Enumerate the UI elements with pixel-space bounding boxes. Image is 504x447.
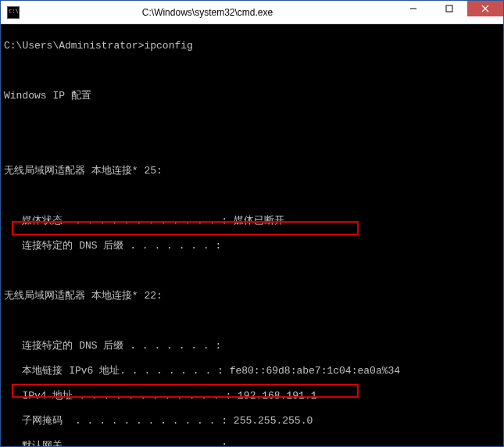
output-line: 连接特定的 DNS 后缀 . . . . . . . : bbox=[4, 240, 500, 252]
blank-line bbox=[4, 65, 500, 77]
output-line: 连接特定的 DNS 后缀 . . . . . . . : bbox=[4, 340, 500, 352]
blank-line bbox=[4, 265, 500, 277]
cmd-icon bbox=[7, 6, 20, 19]
blank-line bbox=[4, 140, 500, 152]
cmd-window: C:\Windows\system32\cmd.exe C:\Users\Adm… bbox=[0, 0, 504, 447]
window-title: C:\Windows\system32\cmd.exe bbox=[20, 7, 395, 18]
maximize-button[interactable] bbox=[431, 1, 467, 16]
blank-line bbox=[4, 190, 500, 202]
prompt-command: ipconfig bbox=[144, 40, 192, 52]
prompt-line: C:\Users\Administrator>ipconfig bbox=[4, 40, 500, 52]
svg-rect-1 bbox=[446, 5, 452, 12]
titlebar[interactable]: C:\Windows\system32\cmd.exe bbox=[1, 1, 503, 24]
window-controls bbox=[395, 1, 503, 23]
adapter-title: 无线局域网适配器 本地连接* 22: bbox=[4, 290, 500, 302]
blank-line bbox=[4, 315, 500, 327]
minimize-button[interactable] bbox=[395, 1, 431, 16]
output-line: 子网掩码 . . . . . . . . . . . . : 255.255.2… bbox=[4, 415, 500, 427]
output-line: 默认网关. . . . . . . . . . . . . : bbox=[4, 440, 500, 446]
adapter-title: 无线局域网适配器 本地连接* 25: bbox=[4, 165, 500, 177]
ip-config-header: Windows IP 配置 bbox=[4, 90, 500, 102]
blank-line bbox=[4, 115, 500, 127]
output-line: IPv4 地址 . . . . . . . . . . . . : 192.16… bbox=[4, 390, 500, 402]
terminal-output[interactable]: C:\Users\Administrator>ipconfig Windows … bbox=[1, 24, 503, 446]
close-button[interactable] bbox=[467, 1, 503, 16]
prompt-path: C:\Users\Administrator> bbox=[4, 40, 144, 52]
output-line: 本地链接 IPv6 地址. . . . . . . . : fe80::69d8… bbox=[4, 365, 500, 377]
output-line: 媒体状态 . . . . . . . . . . . . : 媒体已断开 bbox=[4, 215, 500, 227]
